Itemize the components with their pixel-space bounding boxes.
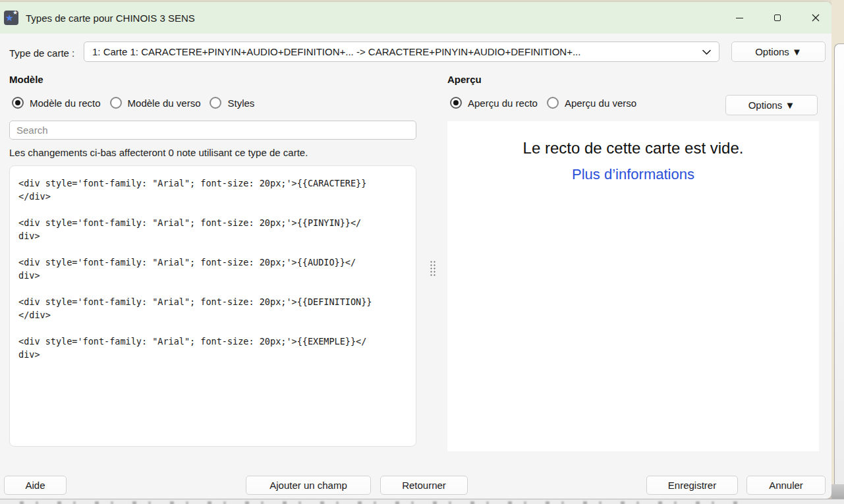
code-line: div> xyxy=(18,348,409,361)
code-line: <div style='font-family: "Arial"; font-s… xyxy=(18,177,409,190)
window-title: Types de carte pour CHINOIS 3 SENS xyxy=(26,13,195,24)
search-input[interactable] xyxy=(9,121,416,140)
close-button[interactable] xyxy=(801,7,830,28)
background-window-sliver xyxy=(831,0,844,504)
radio-unselected-icon xyxy=(547,97,559,109)
code-line: <div style='font-family: "Arial"; font-s… xyxy=(18,256,409,269)
code-line: </div> xyxy=(18,308,409,322)
radio-selected-icon xyxy=(450,97,462,109)
template-radio-group: Modèle du recto Modèle du verso Styles xyxy=(12,97,254,109)
template-code-editor[interactable]: <div style='font-family: "Arial"; font-s… xyxy=(9,165,416,447)
radio-selected-icon xyxy=(12,97,24,109)
card-types-dialog: ★ ★ Types de carte pour CHINOIS 3 SENS T… xyxy=(0,2,831,499)
radio-front-preview[interactable]: Aperçu du recto xyxy=(450,97,538,109)
card-type-selected-value: 1: Carte 1: CARACTERE+PINYIN+AUDIO+DEFIN… xyxy=(92,46,580,57)
pane-splitter-handle[interactable] xyxy=(430,260,436,277)
bottom-background-strip xyxy=(0,499,844,504)
preview-section-title: Aperçu xyxy=(447,74,482,85)
radio-unselected-icon xyxy=(210,97,221,109)
anki-app-icon: ★ ★ xyxy=(4,11,18,25)
card-type-label: Type de carte : xyxy=(9,47,74,59)
card-preview-area: Le recto de cette carte est vide. Plus d… xyxy=(447,121,819,451)
code-line xyxy=(18,242,409,256)
template-section-title: Modèle xyxy=(9,74,43,85)
code-line xyxy=(18,203,409,216)
background-window-shade xyxy=(831,484,844,500)
code-line: </div> xyxy=(18,190,409,203)
radio-unselected-icon xyxy=(110,97,122,109)
close-icon xyxy=(812,14,820,22)
help-button[interactable]: Aide xyxy=(4,476,67,495)
anki-star-white-icon: ★ xyxy=(13,10,18,16)
radio-styles[interactable]: Styles xyxy=(210,97,254,109)
code-line xyxy=(18,282,409,295)
radio-front-preview-label: Aperçu du recto xyxy=(468,98,538,109)
minimize-button[interactable] xyxy=(725,7,754,28)
background-window-panel xyxy=(834,43,844,489)
save-button[interactable]: Enregistrer xyxy=(646,476,738,495)
radio-back-template[interactable]: Modèle du verso xyxy=(110,97,201,109)
code-line: <div style='font-family: "Arial"; font-s… xyxy=(18,295,409,308)
more-info-link[interactable]: Plus d’informations xyxy=(447,166,819,183)
radio-back-preview-label: Aperçu du verso xyxy=(565,98,636,109)
card-type-options-button[interactable]: Options ▼ xyxy=(731,42,826,62)
preview-radio-group: Aperçu du recto Aperçu du verso xyxy=(450,97,636,109)
radio-front-template[interactable]: Modèle du recto xyxy=(12,97,101,109)
background-text-blur xyxy=(13,501,738,504)
code-line xyxy=(18,322,409,335)
maximize-button[interactable] xyxy=(763,7,792,28)
radio-styles-label: Styles xyxy=(227,98,254,109)
cancel-button[interactable]: Annuler xyxy=(746,476,826,495)
radio-front-template-label: Modèle du recto xyxy=(30,98,101,109)
code-line: <div style='font-family: "Arial"; font-s… xyxy=(18,216,409,229)
empty-front-message: Le recto de cette carte est vide. xyxy=(447,139,819,157)
radio-back-template-label: Modèle du verso xyxy=(128,98,201,109)
radio-back-preview[interactable]: Aperçu du verso xyxy=(547,97,636,109)
maximize-icon xyxy=(774,14,781,21)
code-line: div> xyxy=(18,269,409,282)
add-field-button[interactable]: Ajouter un champ xyxy=(246,476,371,495)
titlebar: ★ ★ Types de carte pour CHINOIS 3 SENS xyxy=(0,2,831,34)
preview-options-button[interactable]: Options ▼ xyxy=(725,95,818,115)
code-line: div> xyxy=(18,229,409,242)
affected-notes-notice: Les changements ci-bas affecteront 0 not… xyxy=(9,147,308,158)
code-line: <div style='font-family: "Arial"; font-s… xyxy=(18,335,409,348)
chevron-down-icon xyxy=(702,49,711,55)
minimize-icon xyxy=(736,18,743,18)
flip-button[interactable]: Retourner xyxy=(380,476,468,495)
card-type-dropdown[interactable]: 1: Carte 1: CARACTERE+PINYIN+AUDIO+DEFIN… xyxy=(84,42,719,62)
